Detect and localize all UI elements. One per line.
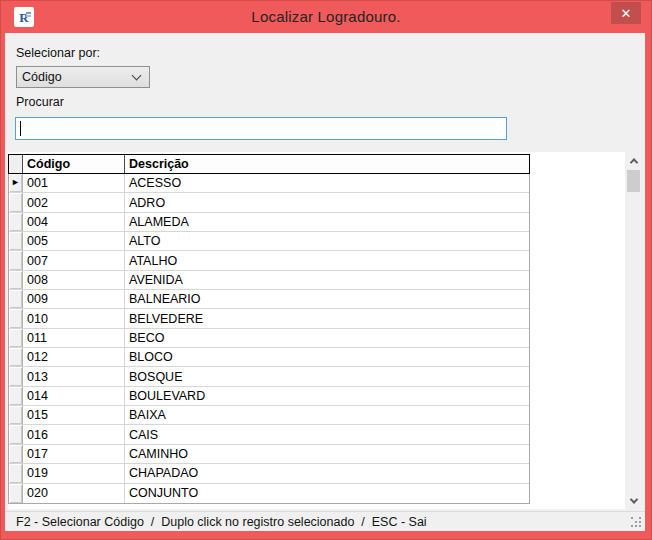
table-row[interactable]: ► 013 BOSQUE bbox=[9, 367, 529, 386]
chevron-down-icon bbox=[132, 71, 142, 81]
row-codigo: 007 bbox=[23, 251, 125, 269]
table-row[interactable]: ► 004 ALAMEDA bbox=[9, 213, 529, 232]
chevron-up-icon bbox=[629, 158, 637, 166]
row-gutter-cell: ► bbox=[9, 232, 23, 250]
row-gutter-cell: ► bbox=[9, 193, 23, 211]
row-codigo: 011 bbox=[23, 329, 125, 347]
table-row[interactable]: ► 001 ACESSO bbox=[9, 174, 529, 193]
row-codigo: 002 bbox=[23, 193, 125, 211]
table-row[interactable]: ► 016 CAIS bbox=[9, 425, 529, 444]
row-gutter-cell: ► bbox=[9, 484, 23, 503]
search-label: Procurar bbox=[16, 95, 64, 109]
status-hint-text: F2 - Selecionar Código / Duplo click no … bbox=[16, 512, 427, 532]
row-codigo: 008 bbox=[23, 271, 125, 289]
row-descricao: CAIS bbox=[125, 425, 529, 443]
row-codigo: 005 bbox=[23, 232, 125, 250]
row-codigo: 020 bbox=[23, 484, 125, 503]
row-descricao: ATALHO bbox=[125, 251, 529, 269]
table-row[interactable]: ► 007 ATALHO bbox=[9, 251, 529, 270]
row-descricao: ALAMEDA bbox=[125, 213, 529, 231]
table-row[interactable]: ► 011 BECO bbox=[9, 329, 529, 348]
row-gutter-cell: ► bbox=[9, 309, 23, 327]
dialog-window: R Localizar Logradouro. ✕ Selecionar por… bbox=[0, 0, 652, 540]
row-gutter-cell: ► bbox=[9, 367, 23, 385]
row-codigo: 016 bbox=[23, 425, 125, 443]
row-gutter-cell: ► bbox=[9, 406, 23, 424]
scrollbar-up-button[interactable] bbox=[625, 152, 642, 169]
row-descricao: CHAPADAO bbox=[125, 464, 529, 482]
select-by-value: Código bbox=[17, 70, 133, 84]
row-gutter-cell: ► bbox=[9, 464, 23, 482]
row-descricao: CONJUNTO bbox=[125, 484, 529, 503]
row-descricao: ALTO bbox=[125, 232, 529, 250]
chevron-down-icon bbox=[629, 495, 637, 503]
search-box bbox=[15, 117, 507, 140]
results-table: Código Descrição ► 001 ACESSO ► 002 ADRO… bbox=[8, 154, 530, 504]
header-gutter-cell bbox=[9, 155, 23, 173]
row-codigo: 009 bbox=[23, 290, 125, 308]
search-input[interactable] bbox=[16, 118, 506, 139]
row-selector-arrow-icon: ► bbox=[11, 178, 20, 187]
row-gutter-cell: ► bbox=[9, 251, 23, 269]
table-header-row: Código Descrição bbox=[8, 154, 530, 174]
table-row[interactable]: ► 015 BAIXA bbox=[9, 406, 529, 425]
select-by-label: Selecionar por: bbox=[16, 46, 100, 60]
row-gutter-cell: ► bbox=[9, 290, 23, 308]
row-descricao: BOULEVARD bbox=[125, 387, 529, 405]
row-descricao: BAIXA bbox=[125, 406, 529, 424]
row-gutter-cell: ► bbox=[9, 445, 23, 463]
row-gutter-cell: ► bbox=[9, 329, 23, 347]
row-codigo: 017 bbox=[23, 445, 125, 463]
status-bar: F2 - Selecionar Código / Duplo click no … bbox=[5, 511, 645, 531]
table-row[interactable]: ► 014 BOULEVARD bbox=[9, 387, 529, 406]
select-by-dropdown[interactable]: Código bbox=[16, 66, 150, 88]
scrollbar-thumb[interactable] bbox=[627, 170, 640, 192]
row-descricao: CAMINHO bbox=[125, 445, 529, 463]
row-gutter-cell: ► bbox=[9, 213, 23, 231]
row-codigo: 013 bbox=[23, 367, 125, 385]
vertical-scrollbar bbox=[625, 152, 642, 509]
table-row[interactable]: ► 005 ALTO bbox=[9, 232, 529, 251]
row-descricao: ADRO bbox=[125, 193, 529, 211]
close-button[interactable]: ✕ bbox=[611, 2, 641, 24]
row-codigo: 012 bbox=[23, 348, 125, 366]
table-row[interactable]: ► 017 CAMINHO bbox=[9, 445, 529, 464]
table-row[interactable]: ► 010 BELVEDERE bbox=[9, 309, 529, 328]
row-descricao: BOSQUE bbox=[125, 367, 529, 385]
title-bar: R Localizar Logradouro. ✕ bbox=[0, 0, 652, 33]
close-icon: ✕ bbox=[621, 6, 632, 21]
header-descricao: Descrição bbox=[125, 155, 529, 173]
scrollbar-down-button[interactable] bbox=[625, 492, 642, 509]
window-title: Localizar Logradouro. bbox=[0, 0, 652, 33]
row-descricao: BELVEDERE bbox=[125, 309, 529, 327]
table-row[interactable]: ► 002 ADRO bbox=[9, 193, 529, 212]
table-body: ► 001 ACESSO ► 002 ADRO ► 004 ALAMEDA ► … bbox=[8, 174, 530, 504]
row-gutter-cell: ► bbox=[9, 174, 23, 192]
row-descricao: BECO bbox=[125, 329, 529, 347]
row-descricao: ACESSO bbox=[125, 174, 529, 192]
row-codigo: 014 bbox=[23, 387, 125, 405]
row-codigo: 015 bbox=[23, 406, 125, 424]
row-gutter-cell: ► bbox=[9, 348, 23, 366]
row-codigo: 019 bbox=[23, 464, 125, 482]
row-codigo: 010 bbox=[23, 309, 125, 327]
row-descricao: BLOCO bbox=[125, 348, 529, 366]
table-row[interactable]: ► 012 BLOCO bbox=[9, 348, 529, 367]
row-descricao: AVENIDA bbox=[125, 271, 529, 289]
table-row[interactable]: ► 009 BALNEARIO bbox=[9, 290, 529, 309]
grid-panel: Código Descrição ► 001 ACESSO ► 002 ADRO… bbox=[8, 152, 642, 509]
row-codigo: 001 bbox=[23, 174, 125, 192]
table-row[interactable]: ► 008 AVENIDA bbox=[9, 271, 529, 290]
header-codigo: Código bbox=[23, 155, 125, 173]
table-row[interactable]: ► 019 CHAPADAO bbox=[9, 464, 529, 483]
dialog-content: Selecionar por: Código Procurar Código D… bbox=[5, 33, 645, 531]
row-codigo: 004 bbox=[23, 213, 125, 231]
row-descricao: BALNEARIO bbox=[125, 290, 529, 308]
table-row[interactable]: ► 020 CONJUNTO bbox=[9, 484, 529, 503]
resize-grip-icon[interactable] bbox=[630, 516, 641, 527]
row-gutter-cell: ► bbox=[9, 387, 23, 405]
text-caret bbox=[20, 121, 21, 136]
row-gutter-cell: ► bbox=[9, 425, 23, 443]
row-gutter-cell: ► bbox=[9, 271, 23, 289]
